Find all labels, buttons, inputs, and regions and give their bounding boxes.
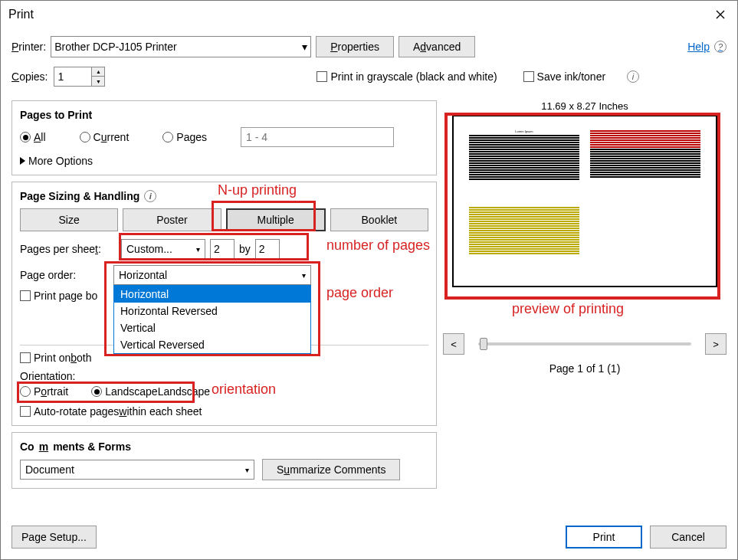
page-order-label: Page order: [20, 269, 109, 281]
comments-title: Comments & Forms [20, 440, 428, 453]
help-info-icon: ? [714, 41, 727, 53]
saveink-checkbox[interactable]: Save ink/toner [523, 70, 606, 83]
advanced-button[interactable]: Advanced [399, 36, 475, 57]
page-order-option-vertical[interactable]: Vertical [114, 319, 310, 336]
window-title: Print [8, 8, 34, 21]
cancel-button[interactable]: Cancel [650, 526, 727, 549]
handling-title: Page Sizing & Handling i [20, 190, 428, 202]
tab-multiple[interactable]: Multiple [226, 208, 326, 231]
titlebar: Print [1, 1, 737, 28]
preview-next-button[interactable]: > [705, 333, 727, 355]
preview-page-3 [469, 207, 579, 273]
checkbox-icon [523, 71, 534, 82]
pages-all-radio[interactable]: All [20, 131, 46, 143]
print-dialog: Print Printer: Brother DCP-J105 Printer … [0, 0, 738, 560]
checkbox-icon [317, 71, 327, 82]
page-sizing-handling-panel: Page Sizing & Handling i N-up printing S… [11, 182, 437, 426]
preview-page-1: Lorem Ipsum [469, 130, 579, 196]
pages-current-radio[interactable]: Current [80, 131, 130, 143]
pps-rows-input[interactable] [255, 239, 280, 259]
print-button[interactable]: Print [566, 526, 642, 549]
page-order-option-vertical-reversed[interactable]: Vertical Reversed [114, 336, 310, 353]
annotation-preview: preview of printing [512, 301, 624, 317]
pages-per-sheet-label: Pages per sheet: [20, 243, 116, 255]
portrait-radio[interactable]: Portrait [20, 385, 68, 398]
printer-select[interactable]: Brother DCP-J105 Printer ▾ [51, 36, 311, 57]
page-range-input[interactable] [241, 127, 394, 147]
printer-value: Brother DCP-J105 Printer [54, 41, 177, 53]
pps-by-label: by [239, 243, 251, 255]
page-order-options: Horizontal Horizontal Reversed Vertical … [113, 285, 311, 354]
tab-booklet[interactable]: Booklet [330, 208, 428, 231]
preview-prev-button[interactable]: < [443, 333, 464, 355]
help-label: Help [687, 41, 710, 53]
preview-slider[interactable] [478, 342, 691, 345]
disclosure-triangle-icon [20, 157, 25, 165]
grayscale-checkbox[interactable]: Print in grayscale (black and white) [317, 70, 497, 83]
comments-forms-panel: Comments & Forms Document▾ Summarize Com… [11, 432, 437, 489]
summarize-comments-button[interactable]: Summarize Comments [262, 459, 400, 480]
preview-page-readout: Page 1 of 1 (1) [443, 362, 727, 375]
copies-down[interactable]: ▼ [92, 77, 104, 86]
copies-up[interactable]: ▲ [92, 67, 104, 77]
copies-input[interactable] [54, 67, 91, 86]
pages-pages-radio[interactable]: Pages [162, 131, 207, 143]
copies-spinner[interactable]: ▲ ▼ [54, 67, 105, 87]
preview-page-4 [590, 207, 700, 273]
more-options-toggle[interactable]: More Options [20, 155, 428, 167]
print-preview: Lorem Ipsum [452, 115, 717, 287]
comments-select[interactable]: Document▾ [20, 460, 254, 480]
pages-per-sheet-mode[interactable]: Custom...▾ [121, 239, 205, 259]
chevron-down-icon: ▾ [302, 41, 307, 53]
slider-thumb[interactable] [480, 338, 487, 350]
page-order-option-horizontal[interactable]: Horizontal [114, 286, 310, 303]
copies-label: Copies: [11, 70, 48, 83]
preview-page-2 [590, 130, 700, 196]
tab-size[interactable]: Size [20, 208, 118, 231]
landscape-radio[interactable]: LandscapeLandscape [91, 385, 210, 398]
tab-poster[interactable]: Poster [123, 208, 221, 231]
page-order-option-horizontal-reversed[interactable]: Horizontal Reversed [114, 303, 310, 319]
properties-button[interactable]: Properties [316, 36, 394, 57]
saveink-info-icon[interactable]: i [627, 70, 639, 83]
pages-to-print-panel: Pages to Print All Current Pages More Op… [11, 100, 437, 175]
pages-to-print-title: Pages to Print [20, 109, 428, 121]
preview-dimensions: 11.69 x 8.27 Inches [443, 100, 727, 112]
help-link[interactable]: Help ? [687, 41, 727, 53]
pps-cols-input[interactable] [210, 239, 235, 259]
page-order-select[interactable]: Horizontal▾ [113, 265, 311, 285]
handling-info-icon[interactable]: i [144, 190, 156, 202]
page-setup-button[interactable]: Page Setup... [11, 526, 97, 549]
close-button[interactable] [704, 2, 737, 27]
auto-rotate-checkbox[interactable]: Auto-rotate pages within each sheet [20, 405, 428, 418]
printer-label: Printer: [11, 41, 46, 53]
orientation-label: Orientation: [20, 370, 428, 382]
